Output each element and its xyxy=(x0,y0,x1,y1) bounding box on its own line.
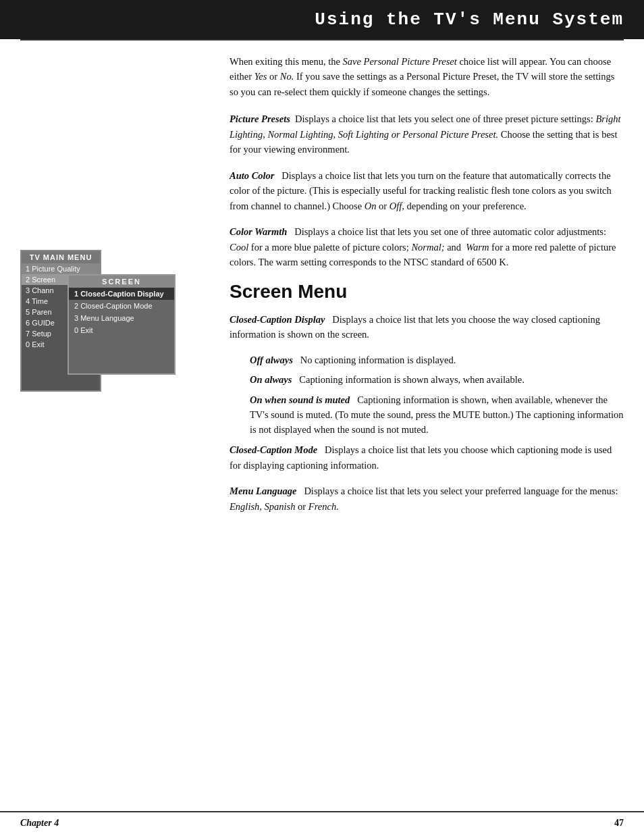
section-menu-language: Menu Language Displays a choice list tha… xyxy=(230,484,624,514)
section-closed-caption-display: Closed-Caption Display Displays a choice… xyxy=(230,312,624,342)
section-auto-color: Auto Color Displays a choice list that l… xyxy=(230,168,624,213)
left-panel: TV MAIN MENU 1 Picture Quality 2 Screen … xyxy=(20,54,216,525)
tv-screen-item-3: 3 Menu Language xyxy=(69,312,174,324)
tv-screen-item-2: 2 Closed-Caption Mode xyxy=(69,300,174,312)
tv-screen-submenu: SCREEN 1 Closed-Caption Display 2 Closed… xyxy=(68,274,176,375)
section-color-warmth: Color Warmth Displays a choice list that… xyxy=(230,224,624,269)
footer-page-number: 47 xyxy=(614,818,624,829)
tv-screen-menu-title: SCREEN xyxy=(69,276,174,288)
tv-screen-item-0: 0 Exit xyxy=(69,324,174,336)
intro-paragraph: When exiting this menu, the Save Persona… xyxy=(230,54,624,99)
section-picture-presets: Picture Presets Displays a choice list t… xyxy=(230,111,624,157)
entry-off-always: Off always No captioning information is … xyxy=(250,353,624,368)
section-closed-caption-mode: Closed-Caption Mode Displays a choice li… xyxy=(230,442,624,473)
page-title: Using the TV's Menu System xyxy=(315,9,624,30)
page-footer: Chapter 4 47 xyxy=(0,811,644,834)
entry-on-always: On always Captioning information is show… xyxy=(250,373,624,388)
tv-menu-item-1: 1 Picture Quality xyxy=(22,263,100,274)
screen-menu-heading: Screen Menu xyxy=(230,281,624,303)
tv-screen-item-1: 1 Closed-Caption Display xyxy=(69,288,174,300)
right-panel: When exiting this menu, the Save Persona… xyxy=(230,54,624,525)
tv-main-menu-title: TV MAIN MENU xyxy=(22,251,100,263)
tv-menu-container: TV MAIN MENU 1 Picture Quality 2 Screen … xyxy=(20,250,203,392)
entry-on-when-muted: On when sound is muted Captioning inform… xyxy=(250,393,624,437)
page-header: Using the TV's Menu System xyxy=(0,0,644,39)
footer-chapter-label: Chapter 4 xyxy=(20,818,59,829)
content-area: TV MAIN MENU 1 Picture Quality 2 Screen … xyxy=(0,41,644,538)
